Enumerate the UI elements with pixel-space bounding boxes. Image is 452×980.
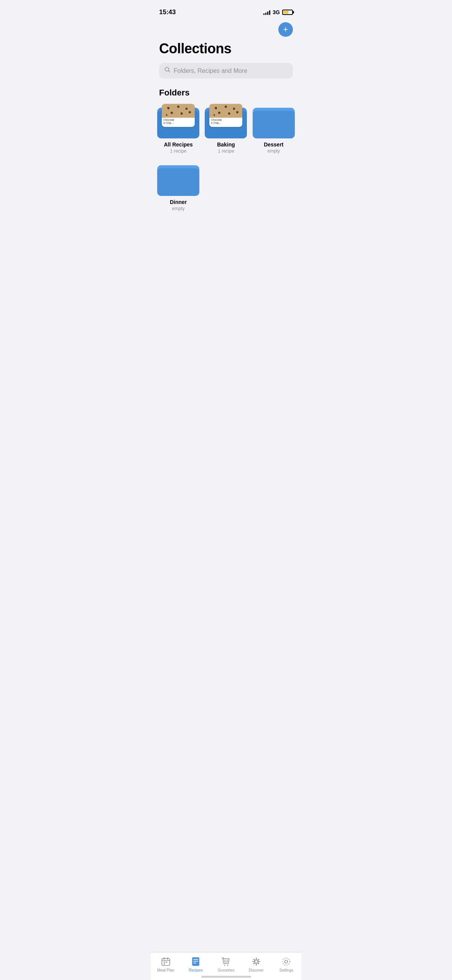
folder-count-all-recipes: 1 recipe	[170, 148, 187, 154]
page-title: Collections	[151, 37, 301, 63]
search-container: Folders, Recipes and More	[151, 63, 301, 88]
battery-icon	[282, 10, 293, 15]
folders-section-title: Folders	[151, 88, 301, 104]
folder-count-baking: 1 recipe	[218, 148, 234, 154]
recipe-card-label-baking: Chocolate Chip...	[209, 118, 242, 126]
add-button[interactable]: +	[278, 22, 293, 37]
folder-visual-all-recipes: Chocolate Chip...	[157, 104, 199, 138]
folder-item-all-recipes[interactable]: Chocolate Chip... All Recipes 1 recipe	[157, 104, 200, 154]
folder-visual-dessert	[253, 104, 295, 138]
folder-name-dinner: Dinner	[170, 199, 187, 205]
header: +	[151, 19, 301, 37]
folder-item-baking[interactable]: Chocolate Chip... Baking 1 recipe	[204, 104, 247, 154]
status-bar: 15:43 3G	[151, 0, 301, 19]
recipe-card-baking: Chocolate Chip...	[209, 104, 242, 127]
status-right: 3G	[263, 9, 293, 15]
search-placeholder: Folders, Recipes and More	[174, 67, 247, 74]
folder-count-dessert: empty	[267, 148, 280, 154]
folder-visual-dinner	[157, 161, 199, 196]
folder-visual-baking: Chocolate Chip...	[205, 104, 247, 138]
plus-icon: +	[283, 25, 288, 34]
folder-name-dessert: Dessert	[264, 141, 283, 148]
folder-count-dinner: empty	[172, 206, 185, 211]
status-time: 15:43	[159, 8, 176, 16]
signal-bars-icon	[263, 10, 270, 15]
folders-row2: Dinner empty	[151, 161, 301, 211]
folder-name-baking: Baking	[217, 141, 235, 148]
search-icon	[164, 67, 171, 75]
folder-item-dessert[interactable]: Dessert empty	[252, 104, 295, 154]
recipe-card-label-all-recipes: Chocolate Chip...	[162, 118, 195, 126]
folder-item-dinner[interactable]: Dinner empty	[157, 161, 200, 211]
search-bar[interactable]: Folders, Recipes and More	[159, 63, 293, 79]
folder-name-all-recipes: All Recipes	[164, 141, 192, 148]
svg-line-1	[169, 71, 170, 72]
recipe-card-all-recipes: Chocolate Chip...	[162, 104, 195, 127]
folders-grid: Chocolate Chip... All Recipes 1 recipe C…	[151, 104, 301, 154]
network-type: 3G	[273, 9, 280, 15]
